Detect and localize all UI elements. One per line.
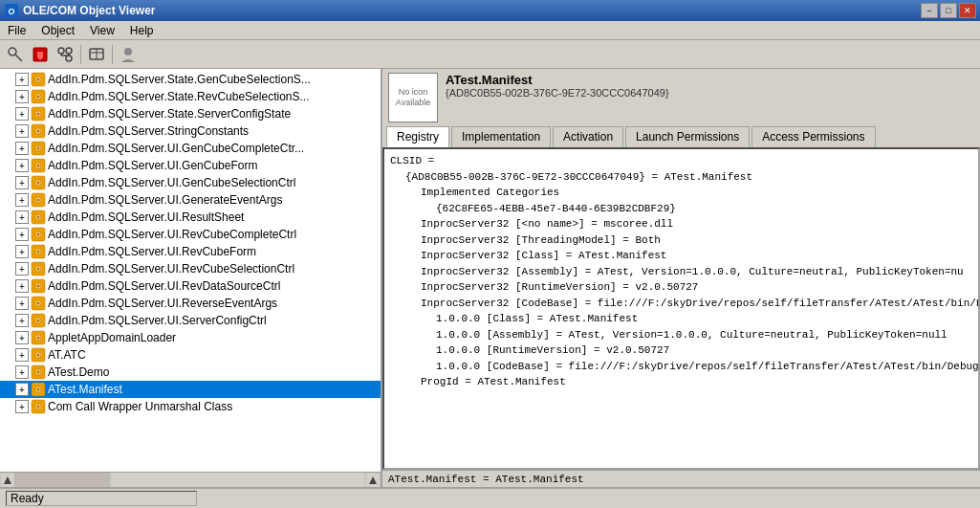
- svg-point-57: [37, 302, 40, 305]
- registry-line: InprocServer32 [RuntimeVersion] = v2.0.5…: [390, 279, 972, 296]
- tree-expander[interactable]: +: [15, 228, 29, 241]
- svg-point-51: [37, 268, 40, 271]
- toolbar-btn-1[interactable]: [4, 43, 27, 66]
- tree-item-icon: [31, 141, 46, 156]
- registry-line: 1.0.0.0 [RuntimeVersion] = v2.0.50727: [390, 342, 972, 359]
- tree-item-label: AppletAppDomainLoader: [48, 331, 176, 344]
- tree-item[interactable]: + AddIn.Pdm.SQLServer.UI.GenCubeSelectio…: [0, 174, 381, 191]
- tree-expander[interactable]: +: [15, 159, 29, 172]
- tree-expander[interactable]: +: [15, 193, 29, 207]
- tree-expander[interactable]: +: [15, 279, 29, 293]
- tree-item-label: AddIn.Pdm.SQLServer.UI.RevDataSourceCtrl: [48, 279, 280, 293]
- tree-item-icon: [31, 313, 46, 328]
- toolbar-btn-5[interactable]: [117, 43, 140, 66]
- tree-item-label: AddIn.Pdm.SQLServer.UI.ServerConfigCtrl: [48, 314, 267, 327]
- tree-container[interactable]: + AddIn.Pdm.SQLServer.State.GenCubeSelec…: [0, 69, 381, 472]
- tree-expander[interactable]: +: [15, 73, 29, 86]
- tree-expander[interactable]: +: [15, 142, 29, 155]
- tree-item[interactable]: + AddIn.Pdm.SQLServer.UI.ReverseEventArg…: [0, 295, 381, 312]
- toolbar: [0, 40, 980, 69]
- tree-panel: + AddIn.Pdm.SQLServer.State.GenCubeSelec…: [0, 69, 382, 487]
- toolbar-separator-1: [80, 45, 81, 64]
- tree-item[interactable]: + AT.ATC: [0, 346, 381, 364]
- tree-expander[interactable]: +: [15, 314, 29, 327]
- no-icon-box: No icon Available: [388, 73, 438, 122]
- tree-item-icon: [31, 382, 46, 397]
- tree-item[interactable]: + AddIn.Pdm.SQLServer.UI.RevCubeComplete…: [0, 226, 381, 243]
- maximize-button[interactable]: □: [940, 3, 957, 18]
- tree-expander[interactable]: +: [15, 176, 29, 189]
- menu-file[interactable]: File: [0, 21, 33, 39]
- tree-item-icon: [31, 227, 46, 242]
- tree-item-icon: [31, 347, 46, 363]
- tree-item[interactable]: + AddIn.Pdm.SQLServer.UI.RevCubeSelectio…: [0, 260, 381, 277]
- tree-expander[interactable]: +: [15, 365, 29, 379]
- no-icon-line2: Available: [396, 98, 430, 108]
- status-text: Ready: [11, 492, 44, 505]
- tree-item[interactable]: + AddIn.Pdm.SQLServer.State.GenCubeSelec…: [0, 71, 381, 88]
- tree-horizontal-scrollbar[interactable]: [0, 472, 381, 487]
- svg-point-42: [37, 216, 40, 219]
- tree-item[interactable]: + ATest.Manifest: [0, 381, 381, 398]
- menu-view[interactable]: View: [82, 21, 122, 39]
- tree-item[interactable]: + Com Call Wrapper Unmarshal Class: [0, 398, 381, 415]
- tree-item[interactable]: + AddIn.Pdm.SQLServer.UI.RevDataSourceCt…: [0, 277, 381, 295]
- tree-expander[interactable]: +: [15, 383, 29, 396]
- tab-access-permissions[interactable]: Access Permissions: [751, 126, 875, 147]
- registry-line: InprocServer32 [<no name>] = mscoree.dll: [390, 216, 972, 232]
- no-icon-line1: No icon: [399, 87, 428, 98]
- tree-item[interactable]: + AddIn.Pdm.SQLServer.UI.GenCubeComplete…: [0, 140, 381, 157]
- tree-expander[interactable]: +: [15, 245, 29, 258]
- svg-point-48: [37, 251, 40, 254]
- object-info: No icon Available ATest.Manifest {AD8C0B…: [382, 69, 980, 126]
- svg-point-45: [37, 233, 40, 236]
- tree-item-label: AddIn.Pdm.SQLServer.UI.GenCubeForm: [48, 159, 257, 172]
- menu-object[interactable]: Object: [33, 21, 82, 39]
- tree-item-label: AT.ATC: [48, 348, 86, 362]
- menu-help[interactable]: Help: [122, 21, 162, 39]
- tree-item[interactable]: + AddIn.Pdm.SQLServer.UI.RevCubeForm: [0, 243, 381, 260]
- toolbar-btn-3[interactable]: [54, 43, 76, 66]
- tab-activation[interactable]: Activation: [553, 126, 623, 147]
- tree-expander[interactable]: +: [15, 210, 29, 224]
- svg-point-8: [66, 48, 72, 54]
- svg-point-18: [37, 78, 40, 81]
- toolbar-btn-2[interactable]: [29, 43, 52, 66]
- tree-item[interactable]: + AppletAppDomainLoader: [0, 329, 381, 346]
- tree-item-icon: [31, 89, 46, 104]
- tree-expander[interactable]: +: [15, 297, 29, 310]
- tree-expander[interactable]: +: [15, 262, 29, 276]
- toolbar-btn-4[interactable]: [85, 43, 108, 66]
- object-guid: {AD8C0B55-002B-376C-9E72-30CCC0647049}: [446, 87, 669, 99]
- registry-content[interactable]: CLSID ={AD8C0B55-002B-376C-9E72-30CCC064…: [382, 147, 980, 470]
- tree-item-icon: [31, 296, 46, 311]
- tab-launch-permissions[interactable]: Launch Permissions: [625, 126, 750, 147]
- tree-item[interactable]: + AddIn.Pdm.SQLServer.StringConstants: [0, 122, 381, 140]
- tree-item[interactable]: + ATest.Demo: [0, 364, 381, 381]
- close-button[interactable]: ✕: [959, 3, 976, 18]
- tree-expander[interactable]: +: [15, 124, 29, 138]
- tree-item[interactable]: + AddIn.Pdm.SQLServer.State.RevCubeSelec…: [0, 88, 381, 105]
- registry-line: ProgId = ATest.Manifest: [390, 374, 972, 390]
- tree-item-label: AddIn.Pdm.SQLServer.UI.RevCubeCompleteCt…: [48, 228, 296, 241]
- tree-item-label: Com Call Wrapper Unmarshal Class: [48, 400, 232, 413]
- tree-expander[interactable]: +: [15, 400, 29, 413]
- window-controls[interactable]: − □ ✕: [921, 3, 976, 18]
- tree-expander[interactable]: +: [15, 107, 29, 121]
- svg-point-7: [66, 55, 72, 61]
- svg-point-21: [37, 96, 40, 99]
- tree-item[interactable]: + AddIn.Pdm.SQLServer.UI.GenCubeForm: [0, 157, 381, 174]
- tree-expander[interactable]: +: [15, 90, 29, 103]
- tree-item[interactable]: + AddIn.Pdm.SQLServer.State.ServerConfig…: [0, 105, 381, 122]
- tab-registry[interactable]: Registry: [386, 126, 449, 147]
- tree-expander[interactable]: +: [15, 331, 29, 344]
- tab-implementation[interactable]: Implementation: [451, 126, 551, 147]
- tree-item[interactable]: + AddIn.Pdm.SQLServer.UI.GenerateEventAr…: [0, 191, 381, 209]
- tree-item-label: AddIn.Pdm.SQLServer.State.RevCubeSelecti…: [48, 90, 309, 103]
- tree-expander[interactable]: +: [15, 348, 29, 362]
- tree-item[interactable]: + AddIn.Pdm.SQLServer.UI.ServerConfigCtr…: [0, 312, 381, 329]
- menu-bar: File Object View Help: [0, 21, 980, 40]
- tree-item-icon: [31, 106, 46, 121]
- tree-item[interactable]: + AddIn.Pdm.SQLServer.UI.ResultSheet: [0, 209, 381, 226]
- minimize-button[interactable]: −: [921, 3, 938, 18]
